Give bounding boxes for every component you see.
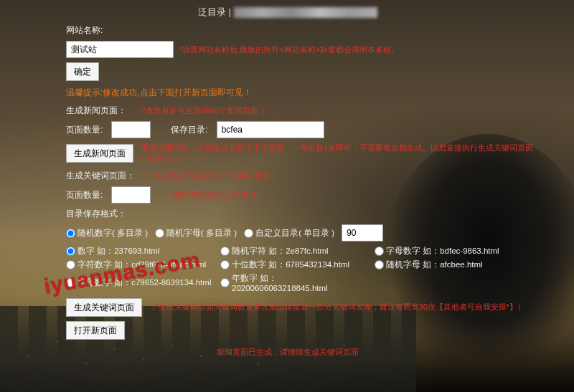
kw-count-hint: *建议每次最多生成100个: [171, 190, 258, 201]
news-dir-input[interactable]: [217, 121, 324, 138]
gen-news-hint: （*本次最多可生成8660个新闻页面 ）: [135, 105, 268, 116]
footer-hint: 新闻页面已生成，请继续生成关键词页面: [66, 347, 574, 358]
confirm-button[interactable]: 确定: [66, 62, 99, 81]
success-tip: 温馨提示:修改成功,点击下面打开新页面即可见！: [66, 87, 252, 99]
dir-opt-alpha-radio[interactable]: [155, 229, 164, 238]
gen-news-note: *新闻页面可以一次性生成几百上千个页面，一周更新1次即可，不需要每次都生成。以后…: [139, 143, 541, 164]
page-title: 泛目录 |: [66, 6, 574, 24]
kw-count-input[interactable]: [111, 186, 151, 204]
fmt-opt-5[interactable]: 十位数字 如：6785432134.html: [220, 259, 367, 270]
gen-kw-hint: （*本次最多可生成500个关键词页面 ）: [144, 171, 281, 181]
main-form: 泛目录 | 网站名称: *设置网站名称后,模版的所有<网站名称>标签都会调用本名…: [0, 0, 574, 358]
news-dir-label: 保存目录:: [171, 124, 207, 136]
gen-keyword-note: （*生成关键词页面关键词数量多次最后保留新一部分关键词发布，建议每两发30次【其…: [148, 302, 525, 312]
dir-opt-numeric[interactable]: 随机数字( 多目录 ): [66, 228, 148, 239]
gen-keyword-button[interactable]: 生成关键词页面: [66, 298, 142, 317]
site-name-label: 网站名称:: [66, 24, 103, 37]
site-name-hint: *设置网站名称后,模版的所有<网站名称>标签都会调用本名称。: [179, 44, 399, 55]
fmt-opt-2[interactable]: 随机字符 如：2e87fc.html: [220, 246, 367, 257]
fmt-opt-7[interactable]: 字母数字 如：c79652-8639134.html: [66, 273, 213, 292]
gen-kw-label: 生成关键词页面：: [66, 170, 135, 182]
fmt-opt-4[interactable]: 字符数字 如：cd29f678-9fdac.html: [66, 259, 213, 270]
news-count-input[interactable]: [111, 121, 151, 138]
dir-opt-alpha[interactable]: 随机字母( 多目录 ): [155, 228, 237, 239]
gen-news-label: 生成新闻页面：: [66, 105, 126, 117]
kw-count-label: 页面数量:: [66, 189, 103, 201]
dir-format-label: 目录保存格式：: [66, 208, 126, 220]
dir-opt-custom-radio[interactable]: [244, 229, 253, 238]
dir-custom-input[interactable]: [342, 224, 383, 242]
fmt-opt-6[interactable]: 随机字母 如：afcbee.html: [375, 259, 522, 270]
title-blur: [234, 7, 377, 18]
fmt-opt-1[interactable]: 数字 如：237693.html: [66, 246, 213, 257]
dir-opt-custom[interactable]: 自定义目录( 单目录 ): [244, 228, 334, 239]
news-count-label: 页面数量:: [66, 124, 103, 136]
fmt-opt-3[interactable]: 字母数字 如：bdfec-9863.html: [375, 246, 522, 257]
gen-news-button[interactable]: 生成新闻页面: [66, 144, 133, 163]
site-name-input[interactable]: [66, 41, 174, 58]
dir-opt-numeric-radio[interactable]: [66, 229, 75, 238]
open-page-button[interactable]: 打开新页面: [66, 321, 125, 340]
fmt-opt-8[interactable]: 年数字 如：20200606063218845.html: [220, 273, 367, 292]
